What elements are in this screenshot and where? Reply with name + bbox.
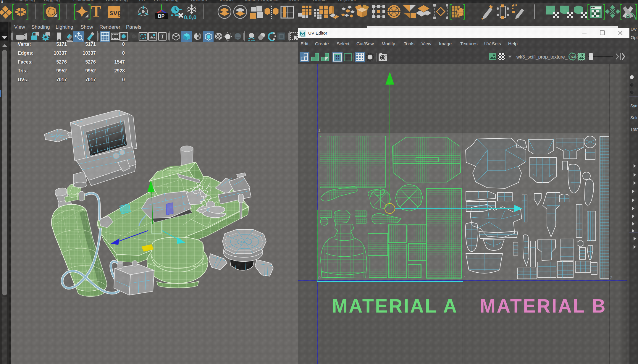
svg-text:0: 0 [318, 275, 321, 280]
svg-text:wk3_scifi_prop_texture_: wk3_scifi_prop_texture_ [516, 54, 568, 60]
svg-text:Sym: Sym [630, 103, 638, 108]
svg-text:2: 2 [610, 275, 613, 280]
svg-text:BP: BP [158, 14, 165, 19]
svg-text:T: T [161, 34, 164, 40]
svg-text:0,0,0: 0,0,0 [184, 14, 196, 20]
svg-text:Tran: Tran [630, 127, 638, 132]
svg-text:MATERIAL B: MATERIAL B [480, 295, 607, 317]
svg-text:Sele: Sele [630, 115, 638, 120]
svg-text:RGB: RGB [569, 55, 577, 59]
svg-text:Opt: Opt [631, 35, 638, 40]
svg-text:MATERIAL A: MATERIAL A [332, 295, 458, 317]
svg-text:svg: svg [109, 9, 122, 17]
svg-text:1: 1 [318, 128, 321, 132]
svg-text:T: T [91, 3, 101, 20]
svg-text:MAYA: MAYA [301, 35, 305, 37]
svg-text:1: 1 [464, 275, 466, 280]
svg-text:UV: UV [631, 27, 637, 32]
